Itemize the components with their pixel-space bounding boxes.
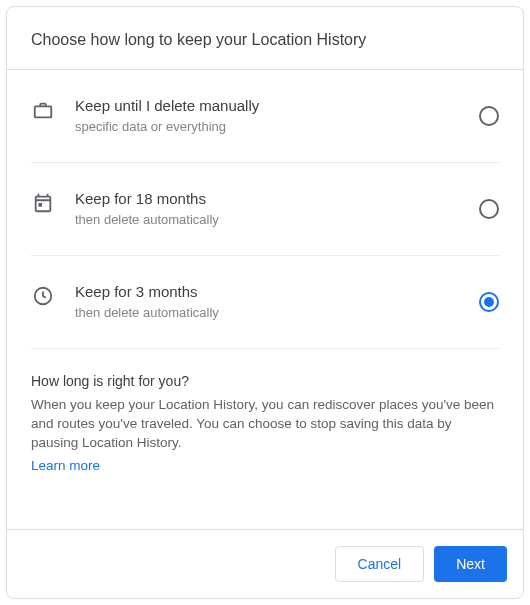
option-keep-manual[interactable]: Keep until I delete manually specific da… (31, 70, 499, 163)
info-title: How long is right for you? (31, 373, 499, 389)
option-text: Keep until I delete manually specific da… (55, 96, 479, 136)
option-title: Keep for 18 months (75, 189, 479, 209)
option-title: Keep until I delete manually (75, 96, 479, 116)
learn-more-link[interactable]: Learn more (31, 458, 100, 473)
info-body: When you keep your Location History, you… (31, 395, 499, 452)
dialog-header: Choose how long to keep your Location Hi… (7, 7, 523, 70)
options-list: Keep until I delete manually specific da… (7, 70, 523, 349)
dialog-footer: Cancel Next (7, 529, 523, 598)
clock-icon (31, 284, 55, 308)
option-subtitle: specific data or everything (75, 118, 479, 136)
option-title: Keep for 3 months (75, 282, 479, 302)
radio-button[interactable] (479, 199, 499, 219)
option-text: Keep for 18 months then delete automatic… (55, 189, 479, 229)
dialog-title: Choose how long to keep your Location Hi… (31, 31, 499, 49)
option-keep-3-months[interactable]: Keep for 3 months then delete automatica… (31, 256, 499, 349)
radio-button[interactable] (479, 106, 499, 126)
option-text: Keep for 3 months then delete automatica… (55, 282, 479, 322)
briefcase-icon (31, 98, 55, 122)
info-section: How long is right for you? When you keep… (7, 349, 523, 529)
cancel-button[interactable]: Cancel (335, 546, 425, 582)
calendar-icon (31, 191, 55, 215)
svg-rect-0 (35, 106, 52, 117)
next-button[interactable]: Next (434, 546, 507, 582)
option-keep-18-months[interactable]: Keep for 18 months then delete automatic… (31, 163, 499, 256)
dialog-card: Choose how long to keep your Location Hi… (6, 6, 524, 599)
radio-button[interactable] (479, 292, 499, 312)
option-subtitle: then delete automatically (75, 304, 479, 322)
option-subtitle: then delete automatically (75, 211, 479, 229)
svg-rect-1 (38, 203, 42, 207)
